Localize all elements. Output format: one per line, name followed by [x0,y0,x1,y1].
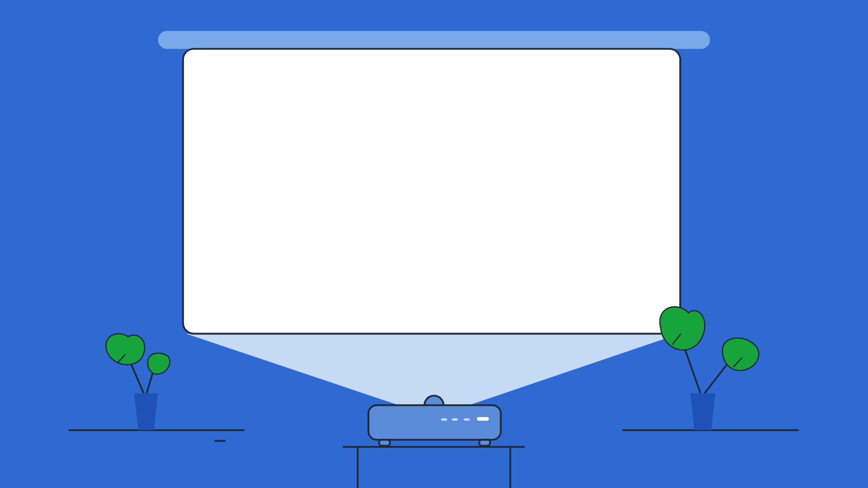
projector-foot-left [379,440,390,446]
plant-pot-left [134,393,158,430]
projector-foot-right [479,440,490,446]
projector-power-light [477,417,489,421]
screen-top-bar [158,31,710,49]
projector-room-illustration [0,0,868,488]
projector-indicator-2 [452,418,458,421]
projection-screen [183,49,680,333]
projector-indicator-3 [464,418,470,421]
projector-body [368,405,501,440]
plant-pot-right [690,393,715,430]
svg-rect-0 [183,49,680,333]
scene-svg [0,0,868,488]
projector-indicator-1 [441,418,447,421]
